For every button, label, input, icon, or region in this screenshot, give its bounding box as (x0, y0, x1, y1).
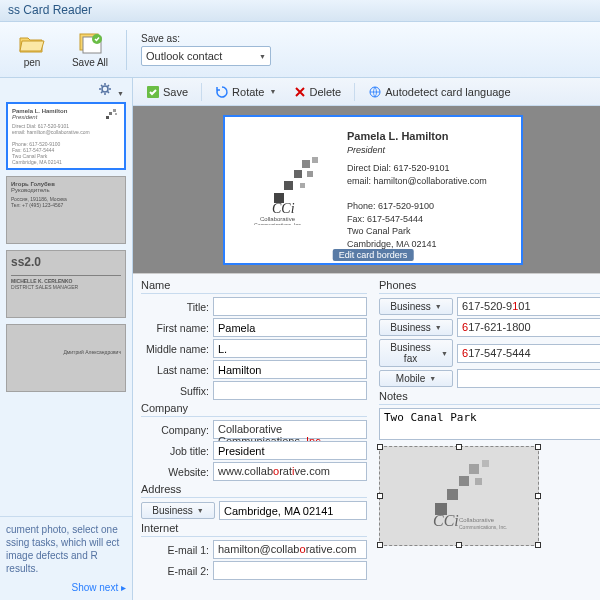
section-address: Address (141, 483, 367, 495)
save-as-group: Save as: Outlook contact ▼ (141, 33, 271, 66)
section-company: Company (141, 402, 367, 414)
save-as-dropdown[interactable]: Outlook contact ▼ (141, 46, 271, 66)
autodetect-lang-button[interactable]: Autodetect card language (361, 82, 517, 102)
svg-rect-4 (113, 109, 116, 112)
chevron-down-icon: ▼ (270, 88, 277, 95)
save-button[interactable]: Save (139, 82, 195, 102)
chevron-down-icon: ▼ (259, 53, 266, 60)
image-crop-box[interactable]: CCi Collaborative Communications, Inc. (379, 446, 539, 546)
suffix-input[interactable] (213, 381, 367, 400)
content-area: Save Rotate ▼ Delete Autodetect card lan… (133, 78, 600, 600)
svg-rect-12 (294, 170, 302, 178)
show-next-link[interactable]: Show next ▸ (6, 581, 126, 594)
save-all-icon (76, 31, 104, 55)
card-preview-area: CCi Collaborative Communications, Inc. P… (133, 106, 600, 274)
card-preview[interactable]: CCi Collaborative Communications, Inc. P… (223, 115, 523, 265)
phone3-type-dropdown[interactable]: Business fax▼ (379, 339, 453, 367)
delete-button[interactable]: Delete (287, 83, 348, 101)
svg-rect-22 (459, 476, 469, 486)
phone4-input[interactable] (457, 369, 600, 388)
thumbnail-item[interactable]: Игорь Голубев Руководитель Россия, 19118… (6, 176, 126, 244)
section-phones: Phones (379, 279, 600, 291)
job-title-input[interactable] (213, 441, 367, 460)
thumbnail-list: Pamela L. Hamilton President Direct Dial… (0, 102, 132, 516)
edit-borders-button[interactable]: Edit card borders (333, 249, 414, 261)
svg-rect-20 (469, 464, 479, 474)
open-button[interactable]: pen (6, 26, 58, 74)
language-icon (368, 85, 382, 99)
last-name-input[interactable] (213, 360, 367, 379)
first-name-input[interactable] (213, 318, 367, 337)
svg-rect-5 (109, 112, 112, 115)
svg-rect-6 (115, 113, 117, 115)
folder-open-icon (18, 31, 46, 55)
section-notes: Notes (379, 390, 600, 402)
svg-text:Collaborative: Collaborative (459, 517, 495, 523)
card-logo: CCi Collaborative Communications, Inc. (237, 129, 347, 251)
ribbon: pen Save All Save as: Outlook contact ▼ (0, 22, 600, 78)
fields-panel: Name Title: First name: Middle name: Las… (133, 274, 600, 600)
company-input[interactable]: Collaborative Communications, Inc (213, 420, 367, 439)
thumbnail-item[interactable]: Дмитрий Александрович (6, 324, 126, 392)
notes-textarea[interactable] (379, 408, 600, 440)
phone4-type-dropdown[interactable]: Mobile▼ (379, 370, 453, 387)
phone3-input[interactable]: 617-547-5444 (457, 344, 600, 363)
svg-rect-23 (475, 478, 482, 485)
app-title: ss Card Reader (8, 3, 92, 17)
open-label: pen (24, 57, 41, 68)
svg-text:CCi: CCi (272, 201, 295, 216)
svg-text:Communications, Inc.: Communications, Inc. (459, 524, 507, 530)
section-internet: Internet (141, 522, 367, 534)
svg-text:Communications, Inc.: Communications, Inc. (254, 222, 302, 225)
middle-name-input[interactable] (213, 339, 367, 358)
save-as-label: Save as: (141, 33, 271, 44)
window-titlebar: ss Card Reader (0, 0, 600, 22)
svg-point-3 (102, 86, 108, 92)
chevron-down-icon[interactable]: ▼ (117, 90, 124, 97)
svg-rect-7 (106, 116, 109, 119)
save-all-label: Save All (72, 57, 108, 68)
phone2-type-dropdown[interactable]: Business▼ (379, 319, 453, 336)
sidebar: ▼ Pamela L. Hamilton President Direct Di… (0, 78, 133, 600)
svg-rect-24 (447, 489, 458, 500)
save-as-value: Outlook contact (146, 50, 222, 62)
svg-rect-15 (300, 183, 305, 188)
svg-rect-10 (302, 160, 310, 168)
delete-icon (294, 86, 306, 98)
save-all-button[interactable]: Save All (64, 26, 116, 74)
card-toolbar: Save Rotate ▼ Delete Autodetect card lan… (133, 78, 600, 106)
phone2-input[interactable]: 617-621-1800 (457, 318, 600, 337)
title-input[interactable] (213, 297, 367, 316)
email2-input[interactable] (213, 561, 367, 580)
address-input[interactable] (219, 501, 367, 520)
email1-input[interactable]: hamilton@collaborative.com (213, 540, 367, 559)
thumbnail-item[interactable]: Pamela L. Hamilton President Direct Dial… (6, 102, 126, 170)
cci-logo-icon (101, 107, 121, 127)
ribbon-separator (126, 30, 127, 70)
svg-rect-21 (482, 460, 489, 467)
svg-rect-14 (284, 181, 293, 190)
phone1-input[interactable]: 617-520-9101 (457, 297, 600, 316)
section-name: Name (141, 279, 367, 291)
tip-panel: cument photo, select one ssing tasks, wh… (0, 516, 132, 600)
svg-text:CCi: CCi (433, 512, 459, 529)
gear-icon[interactable] (98, 82, 112, 96)
phone1-type-dropdown[interactable]: Business▼ (379, 298, 453, 315)
address-type-dropdown[interactable]: Business▼ (141, 502, 215, 519)
rotate-button[interactable]: Rotate ▼ (208, 82, 283, 102)
save-icon (146, 85, 160, 99)
thumbnail-item[interactable]: ss2.0 MICHELLE K. CERLENKODISTRICT SALES… (6, 250, 126, 318)
website-input[interactable]: www.collaborative.com (213, 462, 367, 481)
rotate-icon (215, 85, 229, 99)
svg-rect-11 (312, 157, 318, 163)
svg-rect-13 (307, 171, 313, 177)
tip-text: cument photo, select one ssing tasks, wh… (6, 524, 119, 574)
